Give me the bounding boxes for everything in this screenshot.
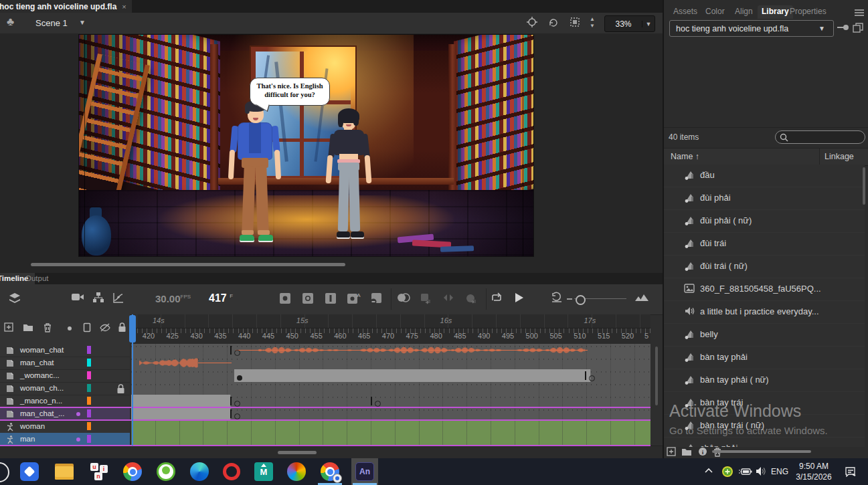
- layer-outline-color-swatch[interactable]: [87, 384, 91, 392]
- library-item[interactable]: đầu: [664, 165, 865, 187]
- timeline-zoom-slider-thumb[interactable]: [576, 295, 586, 305]
- new-layer-folder-icon[interactable]: [23, 322, 33, 332]
- keyframe-end-bar[interactable]: [371, 397, 372, 405]
- stage-canvas[interactable]: That's nice. Is English difficult for yo…: [79, 35, 533, 256]
- library-vertical-scrollbar[interactable]: [863, 167, 865, 205]
- layer-row-woman-ch-[interactable]: woman_ch...: [0, 382, 130, 395]
- zoom-stepper[interactable]: ▲▼: [588, 16, 597, 31]
- layer-view-icon[interactable]: [8, 292, 23, 306]
- taskbar-icon-chrome[interactable]: [119, 458, 146, 485]
- delete-layer-icon[interactable]: [43, 322, 52, 332]
- library-item[interactable]: chân phải: [664, 438, 865, 447]
- taskbar-icon-explorer[interactable]: [51, 458, 78, 485]
- layer-row--womanc-[interactable]: _womanc...: [0, 369, 130, 383]
- empty-keyframe-marker[interactable]: [234, 350, 240, 356]
- zoom-level-select[interactable]: 33% ▼: [604, 15, 655, 32]
- graph-editor-icon[interactable]: [112, 292, 127, 306]
- library-item[interactable]: bàn tay trái: [664, 392, 865, 415]
- play-button[interactable]: [513, 292, 527, 306]
- empty-keyframe-marker[interactable]: [234, 413, 240, 419]
- resize-timeline-view-icon[interactable]: [634, 292, 649, 306]
- track-row[interactable]: [131, 357, 650, 370]
- library-document-select[interactable]: hoc tieng anh voiceline upd.fla ▼: [669, 20, 834, 37]
- panel-tab-assets[interactable]: Assets: [669, 5, 701, 19]
- edit-scene-icon[interactable]: ♣: [7, 15, 14, 29]
- layer-row-man-chat[interactable]: man_chat: [0, 357, 130, 370]
- loop-playback-icon[interactable]: [490, 292, 505, 306]
- volume-icon[interactable]: [755, 466, 767, 476]
- center-stage-icon[interactable]: [526, 16, 541, 31]
- timeline-ruler[interactable]: 14s15s16s17s 420425430435440445450455460…: [131, 314, 650, 345]
- track-row[interactable]: [131, 382, 650, 395]
- layer-row-man-chat-[interactable]: man_chat_...: [0, 407, 130, 421]
- track-row[interactable]: [131, 420, 650, 433]
- scene-name[interactable]: Scene 1: [35, 18, 68, 28]
- lock-layers-icon[interactable]: [118, 322, 126, 332]
- name-column-header[interactable]: Name ↑: [671, 152, 699, 161]
- library-item[interactable]: bàn tay phải: [664, 347, 865, 369]
- taskbar-icon-mbank[interactable]: M: [250, 458, 277, 485]
- library-item[interactable]: a little but i practice everyday...: [664, 301, 865, 324]
- taskbar-icon-app-blue[interactable]: [16, 458, 43, 485]
- show-hide-layers-icon[interactable]: [99, 322, 111, 332]
- keyframe-end-bar[interactable]: [585, 371, 586, 380]
- library-item[interactable]: belly: [664, 324, 865, 347]
- timeline-tracks[interactable]: [131, 344, 650, 446]
- library-horizontal-scrollbar[interactable]: [712, 450, 811, 453]
- new-folder-icon[interactable]: [681, 447, 692, 456]
- insert-frame-icon[interactable]: [324, 292, 339, 306]
- zoom-out-timeline-icon[interactable]: [567, 298, 572, 300]
- column-divider[interactable]: [819, 149, 820, 165]
- taskbar-icon-coccoc[interactable]: [153, 458, 179, 485]
- layer-parenting-icon[interactable]: [92, 292, 107, 306]
- timeline-vertical-scrollbar[interactable]: [655, 347, 658, 405]
- library-item[interactable]: đùi phải: [664, 187, 865, 210]
- pasteboard[interactable]: That's nice. Is English difficult for yo…: [0, 33, 663, 273]
- track-row[interactable]: [131, 369, 650, 383]
- new-layer-icon[interactable]: [4, 322, 13, 332]
- mirror-frames-icon[interactable]: [442, 292, 456, 306]
- library-item[interactable]: đùi phải ( nữ): [664, 210, 865, 233]
- taskbar-icon-edge[interactable]: [186, 458, 213, 485]
- library-item[interactable]: 360_F_881505458_faU56PQ...: [664, 278, 865, 301]
- language-indicator[interactable]: ENG: [771, 467, 788, 476]
- timeline-horizontal-scrollbar[interactable]: [278, 451, 317, 454]
- linkage-column-header[interactable]: Linkage: [824, 152, 854, 161]
- track-row[interactable]: [131, 344, 650, 357]
- frame-span[interactable]: [131, 395, 231, 407]
- keyframe-marker[interactable]: [237, 375, 242, 381]
- frame-span[interactable]: [131, 407, 231, 420]
- insert-blank-keyframe-icon[interactable]: [301, 292, 316, 306]
- layer-outline-color-swatch[interactable]: [87, 409, 91, 417]
- library-column-header[interactable]: Name ↑ Linkage: [664, 148, 868, 166]
- zoom-chevron-icon[interactable]: ▼: [642, 21, 655, 27]
- panel-tab-color[interactable]: Color: [701, 5, 729, 19]
- close-tab-icon[interactable]: ×: [122, 3, 126, 11]
- auto-keyframe-icon[interactable]: A: [347, 292, 361, 306]
- remove-frame-icon[interactable]: [369, 292, 384, 306]
- item-properties-icon[interactable]: i: [698, 447, 707, 456]
- insert-keyframe-icon[interactable]: [278, 292, 293, 306]
- battery-icon[interactable]: [737, 468, 752, 476]
- layer-outline-color-swatch[interactable]: [87, 346, 91, 354]
- library-item[interactable]: bàn tay phải ( nữ): [664, 369, 865, 392]
- taskbar-icon-animate[interactable]: An: [351, 458, 378, 485]
- camera-icon[interactable]: [71, 292, 86, 306]
- new-library-panel-icon[interactable]: [853, 23, 863, 33]
- pin-library-icon[interactable]: [837, 23, 850, 31]
- layer-outline-color-swatch[interactable]: [87, 397, 91, 405]
- highlight-layers-icon[interactable]: [67, 326, 72, 331]
- tray-chevron-icon[interactable]: [704, 468, 713, 474]
- taskbar-icon-copilot[interactable]: [283, 458, 310, 485]
- keyframe-end-bar[interactable]: [230, 346, 232, 355]
- layer-outline-color-swatch[interactable]: [87, 371, 91, 379]
- taskbar-icon-opera[interactable]: [218, 458, 245, 485]
- library-item[interactable]: đùi trái: [664, 233, 865, 256]
- current-frame-value[interactable]: 417 F: [209, 292, 233, 304]
- layer-row--manco-n-[interactable]: _manco_n...: [0, 395, 130, 408]
- panel-tab-align[interactable]: Align: [731, 5, 757, 19]
- panel-tab-properties[interactable]: Properties: [786, 5, 831, 19]
- taskbar-icon-chrome-2[interactable]: [317, 458, 343, 485]
- empty-keyframe-marker[interactable]: [375, 401, 381, 407]
- scene-chevron-icon[interactable]: ▼: [79, 19, 86, 26]
